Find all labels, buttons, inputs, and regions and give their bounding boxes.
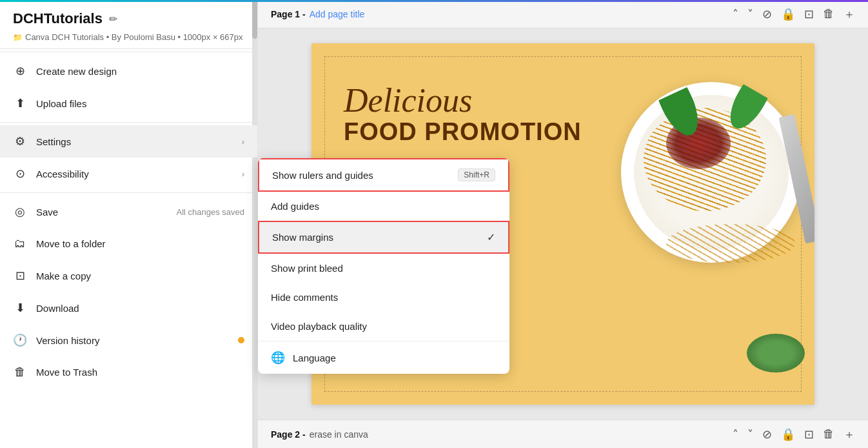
version-history-dot	[238, 337, 244, 343]
settings-dropdown: Show rulers and guides Shift+R Add guide…	[258, 158, 509, 374]
create-new-icon: ⊕	[13, 64, 27, 78]
noodles-spill	[666, 224, 795, 263]
page1-bar: Page 1 - Add page title ˄ ˅ ⊘ 🔒 ⊡ 🗑 ＋	[258, 0, 868, 28]
food-visual	[576, 56, 814, 392]
sidebar-item-move-folder[interactable]: 🗂 Move to a folder	[0, 228, 257, 260]
page2-hide-icon[interactable]: ⊘	[762, 427, 772, 442]
page2-delete-icon[interactable]: 🗑	[823, 427, 834, 441]
sidebar-item-trash[interactable]: 🗑 Move to Trash	[0, 356, 257, 388]
settings-icon: ⚙	[13, 134, 27, 148]
add-guides-label: Add guides	[271, 201, 319, 212]
create-new-label: Create new design	[36, 66, 244, 77]
dropdown-item-show-margins[interactable]: Show margins ✓	[258, 221, 509, 254]
trash-label: Move to Trash	[36, 367, 244, 378]
sidebar-header: DCHTutorials ✏ 📁 Canva DCH Tutorials • B…	[0, 0, 257, 49]
page2-bar-left: Page 2 - erase in canva	[271, 429, 368, 440]
page2-title[interactable]: erase in canva	[310, 429, 368, 440]
sidebar-item-create-new[interactable]: ⊕ Create new design	[0, 55, 257, 87]
scrollbar-thumb[interactable]	[252, 0, 257, 39]
save-label: Save	[36, 207, 167, 218]
upload-icon: ⬆	[13, 96, 27, 110]
page2-down-icon[interactable]: ˅	[747, 427, 753, 442]
page2-duplicate-icon[interactable]: ⊡	[804, 427, 814, 442]
food-promo-text-area: Delicious FOOD PROMOTION	[344, 82, 608, 146]
show-rulers-label: Show rulers and guides	[272, 170, 373, 181]
page1-title-add[interactable]: Add page title	[310, 9, 365, 19]
sidebar-item-download[interactable]: ⬇ Download	[0, 292, 257, 324]
sidebar-item-upload[interactable]: ⬆ Upload files	[0, 87, 257, 119]
project-title: DCHTutorials	[13, 10, 103, 27]
sidebar-item-settings[interactable]: ⚙ Settings ›	[0, 125, 257, 158]
copy-label: Make a copy	[36, 270, 244, 281]
page1-down-icon[interactable]: ˅	[747, 7, 753, 21]
download-icon: ⬇	[13, 301, 27, 315]
sidebar-divider-top	[0, 52, 257, 52]
dropdown-item-video-quality[interactable]: Video playback quality	[258, 312, 509, 341]
page1-duplicate-icon[interactable]: ⊡	[804, 7, 814, 21]
page2-add-icon[interactable]: ＋	[843, 427, 855, 442]
delicious-text: Delicious	[344, 82, 608, 119]
page1-bar-left: Page 1 - Add page title	[271, 9, 364, 19]
page1-hide-icon[interactable]: ⊘	[762, 7, 772, 21]
dropdown-item-language[interactable]: 🌐 Language	[258, 341, 509, 374]
folder-icon: 📁	[13, 33, 23, 42]
project-meta: 📁 Canva DCH Tutorials • By Poulomi Basu …	[13, 32, 244, 42]
page1-add-icon[interactable]: ＋	[843, 6, 855, 22]
page1-bar-right: ˄ ˅ ⊘ 🔒 ⊡ 🗑 ＋	[733, 6, 855, 22]
upload-label: Upload files	[36, 98, 244, 109]
page1-number: Page 1 -	[271, 9, 306, 19]
sidebar-item-save[interactable]: ◎ Save All changes saved	[0, 196, 257, 228]
dropdown-item-hide-comments[interactable]: Hide comments	[258, 283, 509, 312]
accessibility-label: Accessibility	[36, 168, 233, 179]
sidebar-divider-2	[0, 122, 257, 123]
edit-title-icon[interactable]: ✏	[109, 13, 117, 25]
sidebar-item-copy[interactable]: ⊡ Make a copy	[0, 260, 257, 292]
save-icon: ◎	[13, 205, 27, 219]
settings-label: Settings	[36, 136, 233, 147]
dropdown-item-print-bleed[interactable]: Show print bleed	[258, 254, 509, 283]
save-badge: All changes saved	[176, 207, 244, 217]
trash-icon: 🗑	[13, 365, 27, 379]
video-quality-label: Video playback quality	[271, 321, 367, 332]
history-icon: 🕐	[13, 333, 27, 347]
title-row: DCHTutorials ✏	[13, 10, 244, 27]
page1-up-icon[interactable]: ˄	[733, 7, 738, 21]
sidebar-item-version-history[interactable]: 🕐 Version history	[0, 324, 257, 356]
page2-lock-icon[interactable]: 🔒	[781, 427, 795, 442]
show-margins-checkmark: ✓	[487, 231, 495, 243]
download-label: Download	[36, 303, 244, 314]
food-promo-title: FOOD PROMOTION	[344, 119, 608, 146]
sidebar-item-accessibility[interactable]: ⊙ Accessibility ›	[0, 158, 257, 190]
herbs	[747, 334, 805, 372]
globe-icon: 🌐	[271, 351, 285, 365]
accessibility-arrow-icon: ›	[242, 169, 244, 179]
page2-bar: Page 2 - erase in canva ˄ ˅ ⊘ 🔒 ⊡ 🗑 ＋	[258, 420, 868, 448]
language-label: Language	[293, 352, 336, 363]
version-history-label: Version history	[36, 335, 244, 346]
page1-delete-icon[interactable]: 🗑	[823, 7, 834, 21]
page2-bar-right: ˄ ˅ ⊘ 🔒 ⊡ 🗑 ＋	[733, 427, 855, 442]
folder-move-icon: 🗂	[13, 237, 27, 250]
accessibility-icon: ⊙	[13, 167, 27, 181]
sidebar: DCHTutorials ✏ 📁 Canva DCH Tutorials • B…	[0, 0, 258, 448]
top-progress-bar	[0, 0, 868, 2]
page2-number: Page 2 -	[271, 429, 306, 440]
dropdown-item-add-guides[interactable]: Add guides	[258, 192, 509, 221]
show-margins-label: Show margins	[272, 232, 333, 243]
copy-icon: ⊡	[13, 269, 27, 283]
dropdown-item-show-rulers[interactable]: Show rulers and guides Shift+R	[258, 158, 509, 192]
show-rulers-shortcut: Shift+R	[458, 168, 495, 181]
page1-lock-icon[interactable]: 🔒	[781, 7, 795, 21]
hide-comments-label: Hide comments	[271, 292, 338, 303]
move-folder-label: Move to a folder	[36, 238, 244, 249]
sidebar-divider-3	[0, 192, 257, 193]
print-bleed-label: Show print bleed	[271, 263, 343, 274]
page2-up-icon[interactable]: ˄	[733, 427, 738, 442]
settings-arrow-icon: ›	[242, 137, 244, 147]
